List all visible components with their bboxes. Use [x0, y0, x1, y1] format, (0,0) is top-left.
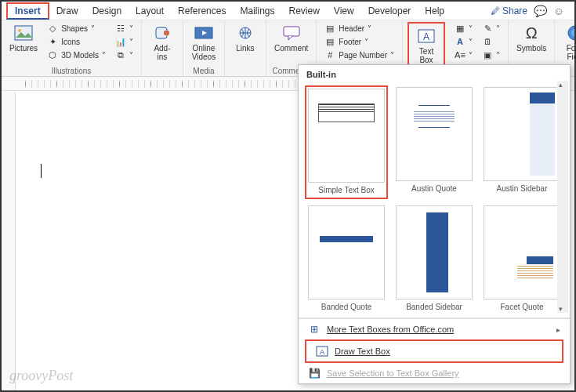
gallery-item-austin-sidebar[interactable]: Austin Sidebar [480, 85, 563, 199]
header-button[interactable]: ▤Header ˅ [321, 22, 397, 34]
page-number-label: Page Number [339, 51, 387, 60]
dropdown-scrollbar[interactable] [557, 81, 568, 313]
pictures-label: Pictures [9, 44, 38, 53]
models-label: 3D Models [61, 51, 99, 60]
draw-label: Draw Text Box [335, 347, 390, 356]
icons-icon: ✦ [47, 36, 58, 47]
pictures-icon [13, 24, 34, 42]
feedback-icon[interactable]: ☺ [552, 5, 565, 17]
group-name-media: Media [193, 67, 214, 76]
form-field-button[interactable]: Form Field [560, 22, 576, 63]
icons-label: Icons [61, 38, 80, 46]
svg-text:A: A [320, 348, 324, 356]
dropdown-heading: Built-in [299, 65, 570, 82]
online-videos-button[interactable]: Online Videos [188, 22, 219, 63]
shapes-button[interactable]: ◇Shapes ˅ [44, 22, 109, 34]
tab-references[interactable]: References [171, 4, 233, 18]
tab-developer[interactable]: Developer [361, 4, 418, 18]
thumb-facet-quote [484, 205, 560, 299]
date-icon: 🗓 [482, 36, 493, 47]
menu-bar: Insert Draw Design Layout References Mai… [2, 2, 574, 20]
tab-design[interactable]: Design [85, 4, 129, 18]
gallery-item-banded-sidebar[interactable]: Banded Sidebar [393, 204, 476, 314]
group-media: Online Videos Media [183, 20, 225, 76]
object-button[interactable]: ▣˅ [479, 49, 503, 61]
vertical-ruler[interactable] [2, 92, 16, 390]
footer-label: Footer [339, 38, 361, 46]
date-time-button[interactable]: 🗓 [479, 35, 503, 48]
smartart-icon: ☷ [115, 23, 126, 34]
gallery-item-simple-text-box[interactable]: Simple Text Box [305, 85, 388, 199]
page-number-button[interactable]: #Page Number ˅ [321, 49, 397, 61]
object-icon: ▣ [482, 49, 493, 60]
text-box-icon: A [415, 27, 437, 45]
form-field-label: Form Field [563, 44, 576, 61]
gallery-label: Banded Sidebar [406, 301, 462, 314]
tab-insert[interactable]: Insert [6, 2, 49, 20]
gallery-label: Facet Quote [500, 301, 543, 314]
footer-button[interactable]: ▤Footer ˅ [321, 35, 397, 48]
svg-rect-0 [15, 26, 32, 40]
share-button[interactable]: 🖉 Share [491, 5, 527, 16]
office-icon: ⊞ [308, 323, 321, 336]
gallery-item-facet-quote[interactable]: Facet Quote [480, 204, 563, 314]
signature-icon: ✎ [482, 23, 493, 34]
svg-text:A: A [423, 31, 429, 42]
online-videos-label: Online Videos [191, 44, 216, 61]
quick-parts-icon: ▦ [455, 23, 466, 34]
links-button[interactable]: Links [230, 22, 261, 54]
share-label: Share [502, 5, 527, 16]
tab-draw[interactable]: Draw [49, 4, 85, 18]
gallery-item-austin-quote[interactable]: Austin Quote [393, 85, 476, 199]
svg-point-1 [18, 29, 21, 32]
signature-line-button[interactable]: ✎˅ [479, 22, 503, 34]
quick-parts-button[interactable]: ▦˅ [451, 22, 476, 34]
tab-view[interactable]: View [327, 4, 361, 18]
save-label: Save Selection to Text Box Gallery [327, 368, 459, 378]
pictures-button[interactable]: Pictures [6, 22, 41, 54]
screenshot-icon: ⧉ [115, 49, 126, 60]
models-icon: ⬡ [47, 49, 58, 60]
wordart-button[interactable]: A˅ [451, 35, 476, 48]
more-text-boxes-button[interactable]: ⊞ More Text Boxes from Office.com ▸ [299, 319, 570, 339]
draw-text-box-button[interactable]: A Draw Text Box [305, 339, 563, 363]
draw-text-box-icon: A [316, 345, 328, 358]
svg-rect-3 [164, 31, 169, 35]
comment-icon [281, 24, 302, 42]
tab-review[interactable]: Review [281, 4, 326, 18]
gallery-label: Simple Text Box [318, 184, 375, 198]
wordart-icon: A [455, 36, 466, 47]
addins-icon [151, 24, 173, 42]
group-addins: Add- ins [142, 20, 183, 76]
form-field-icon [564, 24, 576, 42]
screenshot-button[interactable]: ⧉˅ [112, 49, 136, 61]
watermark: groovyPost [9, 368, 73, 384]
header-icon: ▤ [324, 23, 335, 34]
chart-button[interactable]: 📊˅ [112, 35, 136, 48]
symbols-button[interactable]: Ω Symbols [513, 22, 549, 54]
tab-help[interactable]: Help [418, 4, 451, 18]
gallery-label: Austin Sidebar [496, 183, 547, 196]
footer-icon: ▤ [324, 36, 335, 47]
addins-label: Add- ins [150, 44, 175, 61]
tab-mailings[interactable]: Mailings [233, 4, 281, 18]
comment-label: Comment [274, 44, 308, 53]
comment-button[interactable]: Comment [271, 22, 311, 54]
video-icon [193, 24, 215, 42]
smartart-button[interactable]: ☷˅ [112, 22, 136, 34]
group-links: Links [225, 20, 266, 76]
addins-button[interactable]: Add- ins [147, 22, 178, 63]
thumb-banded-sidebar [396, 205, 473, 299]
drop-cap-button[interactable]: A≡˅ [451, 49, 476, 61]
tab-layout[interactable]: Layout [129, 4, 171, 18]
gallery-item-banded-quote[interactable]: Banded Quote [305, 204, 388, 314]
chart-icon: 📊 [115, 36, 126, 47]
group-illustrations: Pictures ◇Shapes ˅ ✦Icons ⬡3D Models ˅ ☷… [2, 20, 142, 76]
svg-rect-6 [284, 27, 299, 36]
chevron-right-icon: ▸ [556, 325, 560, 334]
text-box-button[interactable]: A Text Box [411, 25, 442, 66]
comments-pane-icon[interactable]: 💬 [534, 5, 546, 17]
more-label: More Text Boxes from Office.com [327, 325, 454, 334]
icons-button[interactable]: ✦Icons [44, 35, 109, 48]
models-button[interactable]: ⬡3D Models ˅ [44, 49, 109, 61]
